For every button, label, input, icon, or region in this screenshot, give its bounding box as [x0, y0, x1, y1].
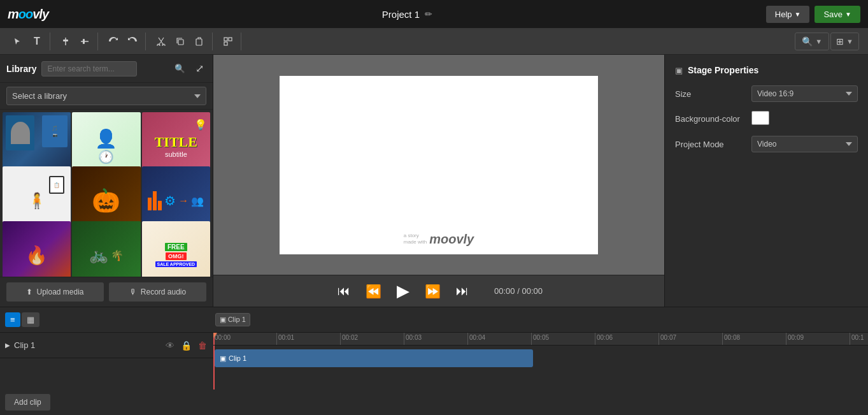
project-title-area: Project 1 ✏ — [382, 9, 432, 20]
library-header: Library 🔍 ⤢ — [0, 55, 213, 83]
size-select[interactable]: Video 16:9 Video 4:3 Video 9:16 Square 1… — [751, 85, 858, 102]
save-button[interactable]: Save ▼ — [815, 6, 860, 23]
clip-block-label: Clip 1 — [229, 354, 246, 362]
total-time: 00:00 — [522, 286, 543, 296]
canvas: a story made with moovly — [280, 76, 598, 254]
project-mode-value: Video GIF HTML5 — [751, 136, 858, 152]
timeline-ruler-area: 00:00 00:01 00:02 00:03 00:04 00:05 00:0… — [213, 333, 868, 390]
playback-controls: ⏮ ⏪ ▶ ⏩ ⏭ 00:00 / 00:00 — [213, 275, 664, 307]
topbar-actions: Help ▼ Save ▼ — [766, 6, 860, 23]
library-title: Library — [6, 64, 36, 74]
help-button[interactable]: Help ▼ — [766, 6, 810, 23]
tool-group-arrange — [215, 33, 241, 50]
tool-group-search: 🔍 ▼ ⊞ ▼ — [791, 33, 863, 50]
svg-rect-1 — [63, 40, 68, 41]
track-name: Clip 1 — [14, 340, 160, 350]
svg-rect-6 — [224, 38, 227, 41]
tool-group-edit — [148, 33, 213, 50]
record-audio-button[interactable]: 🎙 Record audio — [109, 282, 206, 302]
play-button[interactable]: ▶ — [394, 279, 412, 303]
track-delete-button[interactable]: 🗑 — [197, 339, 208, 352]
bg-color-swatch[interactable] — [751, 111, 769, 125]
logo: moovly — [8, 7, 48, 22]
bg-color-value — [751, 111, 858, 127]
skip-start-button[interactable]: ⏮ — [335, 281, 353, 301]
record-icon: 🎙 — [129, 288, 137, 296]
track-visibility-button[interactable]: 👁 — [164, 339, 176, 352]
upload-media-label: Upload media — [36, 288, 83, 296]
grid-view-btn-timeline[interactable]: ▦ — [22, 312, 39, 327]
toolbar: T 🔍 ▼ — [0, 28, 868, 55]
library-actions: ⬆ Upload media 🎙 Record audio — [0, 277, 213, 307]
copy-button[interactable] — [171, 33, 189, 50]
stage-area: a story made with moovly — [213, 55, 664, 275]
undo-button[interactable] — [104, 33, 122, 50]
timeline-view-btns: ≡ ▦ — [5, 312, 39, 327]
text-tool[interactable]: T — [28, 33, 46, 50]
search-input[interactable] — [41, 61, 137, 76]
center-stage: a story made with moovly ⏮ ⏪ ▶ ⏩ ⏭ 00:00… — [213, 55, 664, 307]
grid-view-button[interactable]: ⊞ ▼ — [830, 33, 859, 50]
tool-group-select: T — [5, 33, 50, 50]
search-button[interactable]: 🔍 ▼ — [795, 33, 829, 50]
bg-color-row: Background-color — [675, 111, 858, 127]
fast-forward-button[interactable]: ⏩ — [422, 281, 443, 302]
svg-rect-5 — [196, 39, 202, 45]
record-audio-label: Record audio — [141, 288, 186, 296]
svg-rect-8 — [224, 42, 227, 45]
cursor-tool[interactable] — [9, 33, 27, 50]
panel-header: ▣ Stage Properties — [675, 65, 858, 75]
track-lock-button[interactable]: 🔒 — [180, 339, 193, 352]
svg-rect-4 — [178, 40, 183, 45]
timeline-tracks-panel: ▶ Clip 1 👁 🔒 🗑 — [0, 333, 213, 390]
lib-item-row3c[interactable]: FREE OMG! SALE APPROVED — [142, 221, 210, 277]
lib-item-row3a[interactable]: 🔥 — [3, 221, 71, 277]
library-search-area — [41, 61, 167, 76]
redo-button[interactable] — [124, 33, 141, 50]
align-v-tool[interactable] — [57, 33, 75, 50]
main-layout: Library 🔍 ⤢ Select a library 🎵 — [0, 55, 868, 307]
left-panel: Library 🔍 ⤢ Select a library 🎵 — [0, 55, 213, 307]
clip-block-1[interactable]: ▣ Clip 1 — [215, 349, 533, 367]
edit-title-icon[interactable]: ✏ — [425, 9, 432, 19]
panel-title: Stage Properties — [688, 65, 758, 75]
clip-icon: ▣ — [220, 354, 226, 363]
arrange-button[interactable] — [219, 33, 237, 50]
timeline-header: ≡ ▦ ▣ Clip 1 — [0, 307, 868, 333]
upload-media-button[interactable]: ⬆ Upload media — [6, 282, 104, 302]
clip-select-button[interactable]: ▣ Clip 1 — [215, 313, 250, 326]
library-select[interactable]: Select a library — [6, 87, 206, 105]
project-mode-select[interactable]: Video GIF HTML5 — [751, 136, 858, 152]
list-view-button[interactable]: ≡ — [5, 312, 20, 327]
watermark-brand: moovly — [429, 232, 474, 247]
paste-button[interactable] — [190, 33, 208, 50]
rewind-button[interactable]: ⏪ — [363, 281, 384, 302]
expand-button[interactable]: ⤢ — [193, 60, 206, 77]
track-expand-button[interactable]: ▶ — [5, 342, 10, 349]
skip-end-button[interactable]: ⏭ — [453, 281, 471, 301]
tool-group-align — [53, 33, 98, 50]
bottom-section: ≡ ▦ ▣ Clip 1 ▶ Clip 1 👁 🔒 🗑 00:00 00:01 — [0, 307, 868, 415]
library-grid: 🎵 📷 ✏️ PERSONAL LIBRARY 👤 🕐 CLEAN GRAPHI… — [0, 110, 213, 277]
add-clip-button[interactable]: Add clip — [5, 394, 50, 411]
track-row-clip1: ▶ Clip 1 👁 🔒 🗑 — [0, 333, 213, 358]
bg-color-label: Background-color — [675, 114, 751, 124]
svg-rect-3 — [83, 39, 85, 44]
search-icon-button[interactable]: 🔍 — [172, 61, 188, 76]
right-panel: ▣ Stage Properties Size Video 16:9 Video… — [664, 55, 868, 307]
svg-rect-7 — [229, 38, 232, 41]
panel-collapse-icon[interactable]: ▣ — [675, 66, 683, 75]
lib-item-row3b[interactable]: 🚲 🌴 — [72, 221, 140, 277]
upload-icon: ⬆ — [26, 288, 32, 296]
size-row: Size Video 16:9 Video 4:3 Video 9:16 Squ… — [675, 85, 858, 102]
timeline-ruler: 00:00 00:01 00:02 00:03 00:04 00:05 00:0… — [213, 333, 868, 346]
cut-button[interactable] — [152, 33, 170, 50]
add-clip-row: Add clip — [0, 390, 868, 415]
current-time: 00:00 — [494, 286, 515, 296]
timeline-content: ▶ Clip 1 👁 🔒 🗑 00:00 00:01 00:02 00:03 0… — [0, 333, 868, 390]
library-select-row: Select a library — [0, 83, 213, 110]
tool-group-history — [101, 33, 146, 50]
size-label: Size — [675, 89, 751, 99]
project-mode-label: Project Mode — [675, 140, 751, 149]
align-h-tool[interactable] — [76, 33, 94, 50]
